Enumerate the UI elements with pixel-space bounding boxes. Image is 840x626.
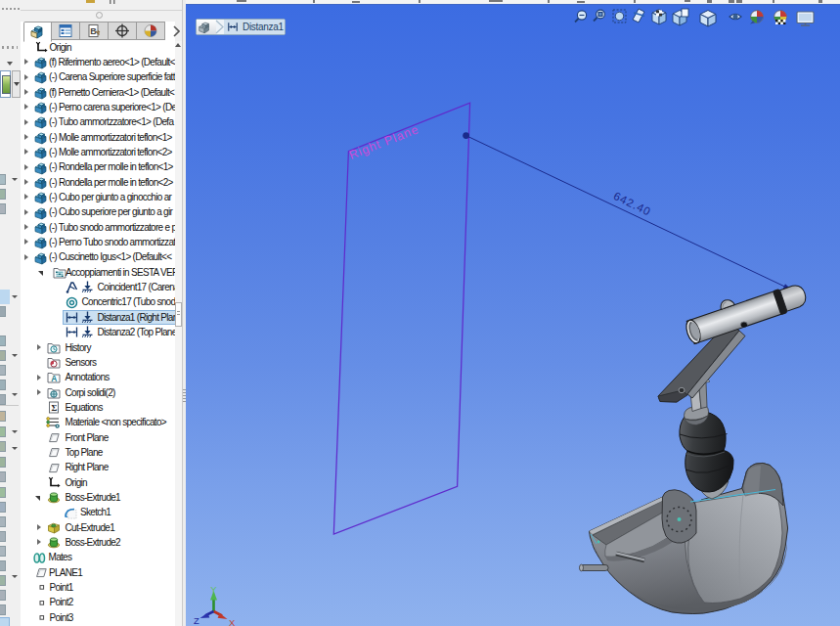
svg-text:A: A [51, 374, 57, 383]
svg-text:Σ: Σ [51, 403, 57, 413]
